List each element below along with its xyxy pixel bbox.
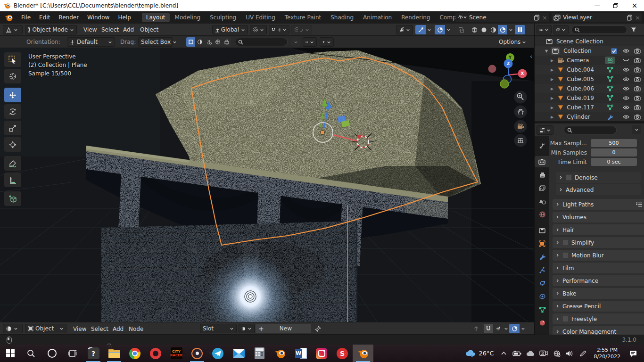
axis-neg-x-ball[interactable]	[488, 65, 496, 73]
tray-battery-icon[interactable]	[511, 345, 523, 362]
tab-world[interactable]	[536, 209, 549, 220]
mode-extend-button[interactable]	[195, 37, 204, 47]
hide-eye-icon[interactable]	[623, 49, 629, 53]
outliner-funnel-icon[interactable]	[631, 27, 636, 33]
menu-render[interactable]: Render	[54, 14, 83, 21]
tab-modifiers[interactable]	[536, 251, 549, 263]
tray-volume-icon[interactable]	[564, 345, 576, 362]
scene-browse-icon[interactable]	[457, 14, 467, 21]
disclosure-icon[interactable]: ▶	[551, 106, 553, 110]
hide-eye-icon[interactable]	[623, 115, 629, 119]
tool-annotate[interactable]	[4, 156, 21, 171]
app-clip-studio[interactable]: ?	[83, 345, 104, 362]
section-grease-pencil[interactable]: Grease Pencil	[553, 301, 644, 312]
outliner-row-cylinder[interactable]: ▶ Cylinder	[535, 112, 644, 121]
outliner-filter-mode[interactable]	[553, 25, 569, 34]
display-mode-dropdown[interactable]	[303, 37, 317, 47]
tab-shading[interactable]: Shading	[326, 13, 358, 22]
app-mail[interactable]	[228, 345, 249, 362]
editor-type-button[interactable]	[3, 25, 23, 34]
start-button[interactable]	[0, 345, 21, 362]
hide-eye-icon[interactable]	[623, 105, 629, 110]
tab-rendering[interactable]: Rendering	[397, 13, 434, 22]
tab-view-layer[interactable]	[536, 182, 549, 194]
node-overlays-toggle[interactable]	[509, 324, 527, 333]
tab-uv-editing[interactable]: UV Editing	[241, 13, 280, 22]
options-button[interactable]: Options	[499, 39, 526, 45]
section-film[interactable]: Film	[553, 263, 644, 273]
app-city-racer[interactable]: CITY RACER	[166, 345, 187, 362]
shader-mode-dropdown[interactable]: Object	[25, 324, 66, 333]
tab-collection-props[interactable]	[536, 225, 549, 236]
app-instagram[interactable]	[311, 345, 332, 362]
tab-physics[interactable]	[536, 278, 549, 289]
section-volumes[interactable]: Volumes	[553, 212, 644, 222]
cortana-button[interactable]	[41, 345, 62, 362]
app-substance[interactable]: S	[332, 345, 353, 362]
outliner-row-cube004[interactable]: ▶ Cube.004	[535, 65, 644, 74]
disclosure-icon[interactable]: ▶	[551, 58, 553, 63]
outliner-row-cube006[interactable]: ▶ Cube.006	[535, 84, 644, 93]
app-word[interactable]: W	[290, 345, 311, 362]
disclosure-icon[interactable]: ▶	[551, 96, 553, 100]
render-visibility-icon[interactable]	[634, 86, 641, 91]
tray-chevron-up-icon[interactable]	[498, 345, 510, 362]
action-center-icon[interactable]	[625, 345, 641, 362]
subpanel-denoise[interactable]: Denoise	[556, 172, 641, 183]
pin-icon[interactable]	[315, 326, 321, 332]
tray-meet-now-icon[interactable]	[537, 345, 550, 362]
unlink-scene-icon[interactable]: ×	[542, 14, 547, 21]
mode-subtract-button[interactable]	[204, 37, 213, 47]
axis-neg-y-ball[interactable]	[500, 80, 509, 88]
render-visibility-icon[interactable]	[634, 95, 641, 101]
section-performance[interactable]: Performance	[553, 275, 644, 286]
collection-checkbox[interactable]	[611, 48, 617, 54]
freestyle-checkbox[interactable]	[562, 316, 569, 322]
tool-orientation-dropdown[interactable]: Default	[67, 37, 115, 47]
task-view-button[interactable]	[62, 345, 83, 362]
menu-edit[interactable]: Edit	[35, 14, 54, 21]
weather-widget[interactable]: 26°C	[462, 349, 496, 358]
node-snap-group[interactable]	[484, 324, 510, 333]
filter-dropdown[interactable]	[320, 37, 334, 47]
viewport-menu-object[interactable]: Object	[136, 26, 163, 33]
disclosure-icon[interactable]: ▶	[551, 115, 553, 119]
app-chrome[interactable]	[124, 345, 145, 362]
xray-toggle[interactable]	[455, 25, 467, 34]
tab-sculpting[interactable]: Sculpting	[206, 13, 240, 22]
perspective-toggle-button[interactable]	[514, 134, 527, 147]
tray-network-icon[interactable]	[551, 345, 563, 362]
new-viewlayer-icon[interactable]	[627, 15, 633, 21]
tray-pen-icon[interactable]	[577, 345, 589, 362]
region-collapse-arrow[interactable]: ‹	[530, 53, 532, 60]
section-color-management[interactable]: Color Management	[553, 326, 644, 335]
material-browse-dropdown[interactable]	[239, 324, 255, 333]
shading-solid-button[interactable]	[479, 25, 488, 34]
menu-help[interactable]: Help	[114, 14, 135, 21]
tab-texture-paint[interactable]: Texture Paint	[281, 13, 325, 22]
outliner-row-cube117[interactable]: ▶ Cube.117	[535, 103, 644, 112]
mode-set-button[interactable]	[186, 37, 195, 47]
tool-scale[interactable]	[4, 121, 21, 135]
outliner-search-input[interactable]	[571, 25, 627, 34]
render-visibility-icon[interactable]	[634, 48, 641, 54]
app-opera[interactable]	[145, 345, 166, 362]
new-material-button[interactable]: + New	[256, 324, 311, 333]
menu-window[interactable]: Window	[83, 14, 114, 21]
app-blender[interactable]	[270, 345, 290, 362]
section-freestyle[interactable]: Freestyle	[553, 313, 644, 324]
app-blender-active[interactable]	[353, 345, 373, 362]
motion-blur-checkbox[interactable]	[562, 252, 569, 258]
parent-node-button[interactable]	[471, 324, 482, 333]
tool-transform[interactable]	[4, 137, 21, 152]
tool-select-box[interactable]	[4, 52, 21, 67]
show-overlays-toggle[interactable]	[435, 25, 452, 34]
min-samples-field[interactable]: 0	[591, 148, 637, 156]
mode-dropdown[interactable]: Object Mode	[25, 25, 77, 34]
pivot-point-dropdown[interactable]	[250, 25, 267, 34]
shading-rendered-button[interactable]	[498, 25, 507, 34]
tool-move[interactable]	[4, 88, 21, 102]
shading-material-button[interactable]	[488, 25, 498, 34]
tab-particles[interactable]	[536, 264, 549, 276]
disclosure-icon[interactable]: ▶	[551, 77, 553, 82]
